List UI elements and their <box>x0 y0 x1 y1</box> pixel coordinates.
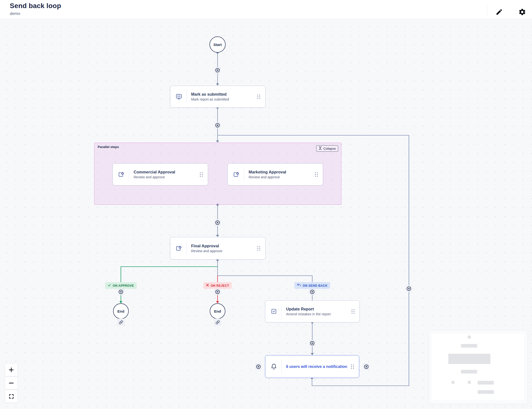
minimap-node <box>468 336 471 339</box>
zoom-out-icon <box>8 380 14 386</box>
plus-circle-icon <box>215 123 220 128</box>
link-button[interactable] <box>214 318 221 326</box>
start-node[interactable]: Start <box>209 36 226 53</box>
header-divider <box>487 4 487 15</box>
pencil-icon <box>496 8 503 16</box>
add-step-button[interactable] <box>214 67 221 74</box>
plus-circle-icon <box>407 286 411 291</box>
end-node-label: End <box>214 309 221 313</box>
branch-badge-on-approve: ON APPROVE <box>105 282 137 289</box>
card-divider <box>281 305 282 318</box>
gear-icon <box>518 8 526 17</box>
plus-circle-icon <box>310 341 315 346</box>
minimap-node <box>478 390 494 394</box>
page-subtitle: demo <box>10 11 20 16</box>
minimap-node <box>451 381 454 384</box>
edit-button[interactable] <box>493 6 505 18</box>
card-divider <box>244 168 244 181</box>
parallel-steps-label: Parallel steps <box>98 145 119 149</box>
branch-badge-label: ON APPROVE <box>113 284 134 287</box>
link-button[interactable] <box>117 318 125 326</box>
step-title: Marketing Approval <box>249 170 286 174</box>
header: Send back loop demo <box>0 0 532 19</box>
settings-button[interactable] <box>516 6 528 18</box>
minimap-node <box>461 370 477 374</box>
zoom-in-button[interactable] <box>5 364 18 376</box>
add-step-button[interactable] <box>214 219 221 226</box>
add-step-button[interactable] <box>255 364 262 370</box>
drag-handle-icon[interactable] <box>199 171 204 178</box>
zoom-in-icon <box>8 367 14 373</box>
add-step-button[interactable] <box>214 289 221 295</box>
step-card-marketing-approval[interactable]: Marketing Approval Review and approve <box>228 163 323 185</box>
minimap-node <box>478 381 494 385</box>
step-subtitle: Amend mistakes in the report <box>286 312 331 316</box>
step-title: Update Report <box>286 307 331 311</box>
link-icon <box>216 320 220 324</box>
checkbox-icon <box>270 308 278 315</box>
x-icon <box>206 284 209 287</box>
plus-circle-icon <box>215 220 220 225</box>
bell-icon <box>270 363 278 370</box>
notification-card[interactable]: 6 users will receive a notification <box>265 355 359 378</box>
collapse-button-label: Collapse <box>323 147 336 150</box>
step-subtitle: Review and approve <box>191 249 222 253</box>
add-step-button[interactable] <box>214 122 221 129</box>
check-icon <box>108 284 111 287</box>
collapse-button[interactable]: Collapse <box>316 145 338 152</box>
edge-send-back-branch <box>218 276 312 302</box>
collapse-vertical-icon <box>319 146 322 151</box>
step-title: Mark as submitted <box>191 92 229 97</box>
workflow-editor: Send back loop demo <box>0 0 532 409</box>
drag-handle-icon[interactable] <box>351 308 356 315</box>
step-card-mark-as-submitted[interactable]: Mark as submitted Mark report as submitt… <box>170 86 266 108</box>
plus-circle-icon <box>256 364 261 369</box>
drag-handle-icon[interactable] <box>314 171 319 178</box>
page-title: Send back loop <box>10 2 61 10</box>
branch-badge-label: ON REJECT <box>211 284 229 287</box>
step-card-final-approval[interactable]: Final Approval Review and approve <box>170 237 266 260</box>
branch-badge-label: ON SEND BACK <box>303 284 327 287</box>
plus-circle-icon <box>215 68 220 73</box>
end-node-approve[interactable]: End <box>113 303 129 319</box>
link-icon <box>119 320 123 324</box>
plus-circle-icon <box>215 290 220 294</box>
minimap-viewport <box>432 334 524 400</box>
card-divider <box>186 90 187 103</box>
add-step-button[interactable] <box>309 340 316 347</box>
drag-handle-icon[interactable] <box>350 364 355 370</box>
approval-check-icon <box>175 245 183 252</box>
step-title: Final Approval <box>191 244 222 248</box>
drag-handle-icon[interactable] <box>256 245 261 251</box>
zoom-controls <box>5 364 18 403</box>
add-step-button[interactable] <box>118 289 124 295</box>
flow-canvas[interactable]: Start Mark as submitted Mark repo <box>0 19 532 409</box>
start-node-label: Start <box>213 43 222 47</box>
branch-badge-on-reject: ON REJECT <box>203 282 232 289</box>
step-card-commercial-approval[interactable]: Commercial Approval Review and approve <box>113 163 208 185</box>
minimap[interactable] <box>429 330 527 404</box>
end-node-reject[interactable]: End <box>210 303 225 319</box>
end-node-label: End <box>117 309 124 313</box>
drag-handle-icon[interactable] <box>256 94 261 100</box>
step-subtitle: Mark report as submitted <box>191 97 229 101</box>
code-monitor-icon <box>175 93 183 100</box>
add-step-button[interactable] <box>406 285 412 292</box>
zoom-out-button[interactable] <box>5 377 18 389</box>
plus-circle-icon <box>119 290 123 294</box>
plus-circle-icon <box>310 290 315 294</box>
card-divider <box>129 168 129 181</box>
minimap-node <box>448 354 490 364</box>
fit-view-button[interactable] <box>5 390 18 403</box>
step-title: Commercial Approval <box>134 170 175 174</box>
step-subtitle: Review and approve <box>249 175 286 179</box>
minimap-node <box>468 381 471 384</box>
fit-view-icon <box>9 394 14 399</box>
approval-check-icon <box>118 171 125 178</box>
add-step-button[interactable] <box>309 289 316 295</box>
card-divider <box>186 242 187 255</box>
card-divider <box>281 360 282 373</box>
approval-check-icon <box>233 171 240 178</box>
add-step-button[interactable] <box>363 364 370 370</box>
step-card-update-report[interactable]: Update Report Amend mistakes in the repo… <box>265 300 360 322</box>
